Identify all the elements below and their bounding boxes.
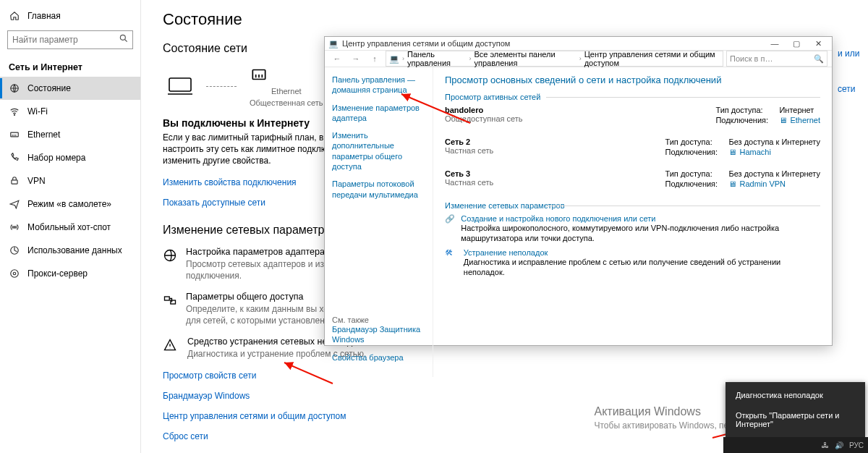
cp-change-item-new-conn[interactable]: 🔗 Создание и настройка нового подключени… [445, 214, 820, 244]
search-icon [119, 33, 129, 43]
back-button[interactable]: ← [329, 51, 345, 67]
cp-left-link-adapter-settings[interactable]: Изменение параметров адаптера [332, 103, 425, 124]
search-input[interactable] [7, 30, 133, 49]
home-icon [9, 10, 20, 22]
breadcrumb-item[interactable]: Центр управления сетями и общим доступом [584, 50, 720, 67]
cp-search-placeholder: Поиск в п… [730, 54, 773, 63]
ethernet-icon: 🖥 [779, 116, 787, 124]
tray-volume-icon[interactable]: 🔊 [835, 441, 843, 449]
svg-rect-14 [171, 300, 176, 304]
tray-context-menu: Диагностика неполадок Открыть "Параметры… [726, 382, 865, 437]
network-icon: 💻 [389, 54, 399, 64]
maximize-button[interactable]: ▢ [786, 37, 807, 50]
ctx-item-diagnose[interactable]: Диагностика неполадок [726, 385, 865, 405]
conn-label: Подключения: [665, 148, 724, 156]
sidebar-item-label: Набор номера [27, 153, 85, 163]
network-entry: bandoleroОбщедоступная сеть Тип доступа:… [445, 106, 820, 126]
see-also-label: См. также [332, 316, 425, 324]
sidebar-item-label: Ethernet [27, 130, 60, 140]
proxy-icon [9, 268, 20, 279]
sidebar-item-vpn[interactable]: VPN [0, 169, 140, 192]
link-fragment[interactable]: сети [838, 84, 855, 94]
sidebar-item-proxy[interactable]: Прокси-сервер [0, 262, 140, 285]
sidebar-item-ethernet[interactable]: Ethernet [0, 123, 140, 146]
up-button[interactable]: ↑ [367, 51, 383, 67]
connection-link[interactable]: 🖥Ethernet [779, 116, 820, 124]
close-button[interactable]: ✕ [807, 37, 829, 50]
ethernet-icon: 🖥 [728, 179, 736, 188]
network-entry: Сеть 3Частная сеть Тип доступа:Без досту… [445, 169, 820, 190]
search-icon: 🔍 [814, 54, 824, 64]
cp-left-link-media-streaming[interactable]: Параметры потоковой передачи мультимедиа [332, 179, 425, 200]
access-value: Без доступа к Интернету [728, 137, 820, 146]
change-params-label: Изменение сетевых параметров [445, 201, 820, 210]
breadcrumb[interactable]: 💻› Панель управления› Все элементы панел… [386, 51, 723, 67]
breadcrumb-item[interactable]: Все элементы панели управления [474, 50, 576, 67]
airplane-icon [9, 198, 20, 210]
cp-main-title: Просмотр основных сведений о сети и наст… [445, 75, 820, 85]
status-icon [9, 82, 20, 94]
sidebar-item-wifi[interactable]: Wi-Fi [0, 100, 140, 123]
conn-label: Подключения: [715, 116, 775, 124]
access-label: Тип доступа: [665, 137, 724, 146]
sidebar-item-hotspot[interactable]: Мобильный хот-спот [0, 216, 140, 239]
troubleshoot-icon [163, 336, 179, 360]
sidebar-item-dialup[interactable]: Набор номера [0, 146, 140, 169]
active-networks-label: Просмотр активных сетей [445, 93, 820, 101]
network-name: Сеть 3 [445, 169, 493, 178]
sidebar-item-label: Мобильный хот-спот [27, 222, 111, 232]
window-title: Центр управления сетями и общим доступом [339, 39, 764, 48]
connection-link[interactable]: 🖥Radmin VPN [728, 179, 786, 188]
network-name: bandolero [445, 106, 523, 114]
minimize-button[interactable]: — [764, 37, 786, 50]
sidebar-item-label: VPN [27, 176, 46, 186]
cp-search[interactable]: Поиск в п… 🔍 [726, 51, 827, 67]
ethernet-icon: 🖥 [728, 148, 736, 156]
network-sharing-center-window: 💻 Центр управления сетями и общим доступ… [324, 36, 833, 346]
adapter-icon [163, 247, 177, 281]
svg-point-8 [13, 272, 16, 275]
svg-point-5 [14, 226, 15, 228]
hotspot-icon [9, 221, 20, 233]
cp-left-link-advanced-sharing[interactable]: Изменить дополнительные параметры общего… [332, 130, 425, 172]
svg-rect-13 [165, 297, 170, 300]
sidebar-group-title: Сеть и Интернет [0, 55, 140, 77]
network-entry: Сеть 2Частная сеть Тип доступа:Без досту… [445, 137, 820, 158]
tray-network-icon[interactable]: 🖧 [822, 441, 829, 449]
network-icon: 💻 [328, 39, 339, 48]
link-fragment[interactable]: и или [838, 48, 859, 59]
taskbar[interactable]: 🖧 🔊 РУС [723, 437, 868, 453]
connection-link[interactable]: 🖥Hamachi [728, 148, 770, 156]
conn-label: Подключения: [665, 179, 724, 188]
access-value: Интернет [779, 106, 814, 114]
ctx-item-open-settings[interactable]: Открыть "Параметры сети и Интернет" [726, 405, 865, 434]
svg-rect-4 [12, 180, 17, 184]
search-input-wrap [7, 30, 133, 49]
sidebar-item-datausage[interactable]: Использование данных [0, 239, 140, 262]
cp-change-sub: Настройка широкополосного, коммутируемог… [461, 223, 820, 244]
breadcrumb-item[interactable]: Панель управления [407, 50, 466, 67]
access-label: Тип доступа: [715, 106, 775, 114]
forward-button[interactable]: → [348, 51, 364, 67]
sidebar-item-airplane[interactable]: Режим «в самолете» [0, 192, 140, 216]
network-name: Сеть 2 [445, 137, 493, 146]
cp-change-item-troubleshoot[interactable]: 🛠 Устранение неполадокДиагностика и испр… [445, 248, 820, 278]
dialup-icon [9, 152, 20, 164]
svg-point-2 [14, 114, 14, 115]
tray-lang-icon[interactable]: РУС [849, 441, 864, 449]
sidebar-item-label: Режим «в самолете» [27, 199, 111, 209]
ethernet-icon [250, 65, 268, 84]
sidebar-item-status[interactable]: Состояние [0, 77, 140, 100]
sidebar-item-label: Прокси-сервер [27, 268, 88, 279]
cp-see-link-firewall[interactable]: Брандмауэр Защитника Windows [332, 324, 425, 345]
page-title: Состояние [163, 10, 846, 29]
diagram-network-type: Общественная сеть [250, 98, 323, 107]
cp-see-link-browser[interactable]: Свойства браузера [332, 352, 425, 363]
datausage-icon [9, 245, 20, 256]
svg-point-0 [120, 35, 125, 40]
wifi-icon [9, 106, 20, 117]
network-type: Частная сеть [445, 178, 493, 187]
cp-left-link-home[interactable]: Панель управления — домашняя страница [332, 75, 425, 96]
sidebar-item-home[interactable]: Главная [0, 4, 140, 27]
cp-change-title: Устранение неполадок [464, 248, 820, 257]
